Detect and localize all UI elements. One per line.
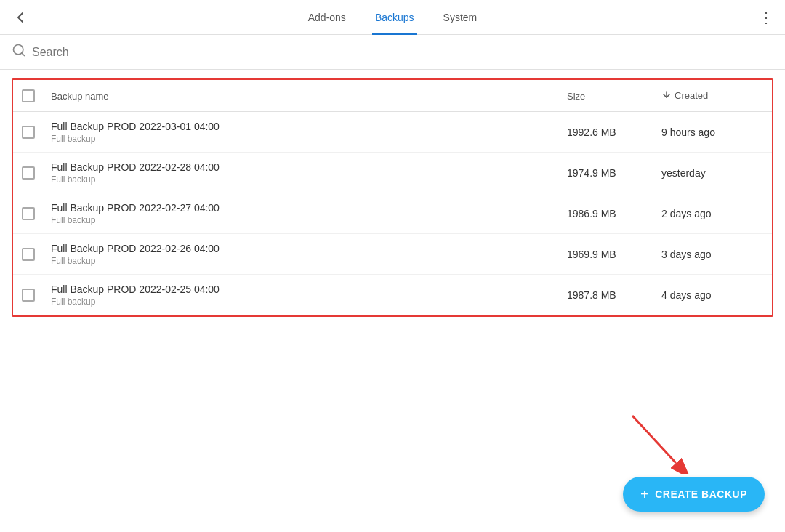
column-header-created[interactable]: Created [661,89,763,102]
table-row: Full Backup PROD 2022-02-26 04:00 Full b… [13,234,772,275]
column-header-size: Size [567,89,661,102]
backup-name: Full Backup PROD 2022-02-26 04:00 [51,243,567,254]
row-checkbox-4[interactable] [22,248,35,261]
tab-backups[interactable]: Backups [372,1,417,35]
backup-type: Full backup [51,297,567,307]
fab-label: CREATE BACKUP [655,488,747,500]
create-backup-button[interactable]: + CREATE BACKUP [623,477,765,512]
fab-plus-icon: + [640,486,649,503]
backup-name: Full Backup PROD 2022-02-28 04:00 [51,161,567,173]
backup-size: 1974.9 MB [567,167,661,179]
backup-created: 3 days ago [661,249,763,260]
backup-name: Full Backup PROD 2022-02-25 04:00 [51,283,567,295]
header-checkbox-col [22,89,51,102]
more-options-button[interactable]: ⋮ [759,9,773,26]
backup-type: Full backup [51,134,567,144]
tab-system[interactable]: System [440,1,480,35]
tab-addons[interactable]: Add-ons [305,1,349,35]
select-all-checkbox[interactable] [22,89,35,102]
svg-line-4 [632,416,676,463]
backup-type: Full backup [51,256,567,266]
back-button[interactable] [12,9,29,26]
backup-created: yesterday [661,167,763,179]
row-checkbox-2[interactable] [22,166,35,180]
annotation-arrow [618,408,691,474]
table-row: Full Backup PROD 2022-02-27 04:00 Full b… [13,193,772,234]
backup-size: 1987.8 MB [567,289,661,301]
row-checkbox-5[interactable] [22,289,35,302]
backup-table: Backup name Size Created Full Backup PRO… [12,78,773,317]
tabs: Add-ons Backups System [305,0,480,34]
backup-size: 1986.9 MB [567,208,661,219]
backup-created: 2 days ago [661,208,763,219]
backup-created: 4 days ago [661,289,763,301]
backup-name: Full Backup PROD 2022-03-01 04:00 [51,121,567,132]
search-bar [0,35,785,70]
backup-created: 9 hours ago [661,126,763,138]
table-row: Full Backup PROD 2022-03-01 04:00 Full b… [13,112,772,153]
table-row: Full Backup PROD 2022-02-25 04:00 Full b… [13,275,772,315]
backup-name: Full Backup PROD 2022-02-27 04:00 [51,202,567,214]
row-checkbox-3[interactable] [22,207,35,220]
backup-type: Full backup [51,215,567,225]
sort-desc-icon [661,89,672,102]
table-row: Full Backup PROD 2022-02-28 04:00 Full b… [13,153,772,193]
header: Add-ons Backups System ⋮ [0,0,785,35]
backup-type: Full backup [51,174,567,185]
backup-size: 1992.6 MB [567,126,661,138]
backup-size: 1969.9 MB [567,249,661,260]
column-header-name: Backup name [51,89,567,102]
svg-line-1 [22,53,25,56]
row-checkbox-1[interactable] [22,126,35,139]
search-input[interactable] [32,46,773,59]
search-icon [12,43,26,61]
table-header: Backup name Size Created [13,80,772,112]
